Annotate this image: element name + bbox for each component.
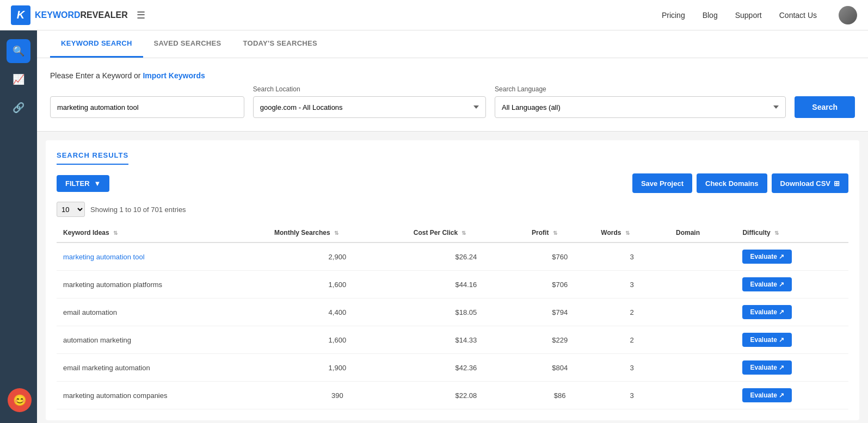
nav-links: Pricing Blog Support Contact Us [662,6,857,24]
cpc-cell: $22.08 [407,382,525,409]
sort-icon-words: ⇅ [625,230,630,236]
sort-icon-monthly: ⇅ [334,230,338,236]
download-csv-button[interactable]: Download CSV ⊞ [772,173,848,193]
csv-icon: ⊞ [834,179,840,188]
col-words[interactable]: Words ⇅ [594,223,669,242]
check-domains-button[interactable]: Check Domains [697,173,767,193]
table-row: email marketing automation1,900$42.36$80… [57,354,848,382]
table-row: automation marketing1,600$14.33$2292Eval… [57,326,848,354]
sidebar-item-share[interactable]: 🔗 [7,96,30,120]
keyword-cell: email marketing automation [57,354,268,382]
evaluate-button[interactable]: Evaluate ↗ [742,250,792,264]
col-profit[interactable]: Profit ⇅ [525,223,594,242]
sidebar-item-search[interactable]: 🔍 [7,39,30,63]
sort-icon-keyword: ⇅ [113,230,118,236]
words-cell: 3 [594,271,669,298]
save-project-button[interactable]: Save Project [632,173,692,193]
chat-button[interactable]: 😊 [8,388,32,412]
logo-link[interactable]: K KEYWORDREVEALER [11,5,128,25]
keyword-cell: email automation [57,298,268,326]
table-row: marketing automation companies390$22.08$… [57,382,848,409]
table-header-row: Keyword Ideas ⇅ Monthly Searches ⇅ Cost … [57,223,848,242]
hamburger-menu[interactable]: ☰ [137,9,145,21]
words-cell: 3 [594,242,669,271]
words-cell: 3 [594,354,669,382]
toolbar: FILTER ▼ Save Project Check Domains Down… [57,173,848,193]
main-content: KEYWORD SEARCH SAVED SEARCHES TODAY'S SE… [37,30,868,420]
filter-button[interactable]: FILTER ▼ [57,175,109,192]
tabs-bar: KEYWORD SEARCH SAVED SEARCHES TODAY'S SE… [37,30,868,58]
keyword-cell: automation marketing [57,326,268,354]
search-row: Search Location google.com - All Locatio… [50,85,855,118]
col-keyword-ideas[interactable]: Keyword Ideas ⇅ [57,223,268,242]
search-section: Please Enter a Keyword or Import Keyword… [37,58,868,132]
sort-icon-difficulty: ⇅ [774,230,779,236]
location-field-container: Search Location google.com - All Locatio… [253,85,486,118]
domain-cell [669,326,736,354]
nav-support[interactable]: Support [735,11,762,20]
entries-per-page-select[interactable]: 10 25 50 100 [57,202,85,217]
filter-label: FILTER [65,179,90,188]
avatar[interactable] [839,6,857,24]
keyword-link[interactable]: marketing automation tool [63,253,145,261]
csv-label: Download CSV [780,179,830,188]
evaluate-button[interactable]: Evaluate ↗ [742,360,792,375]
tab-keyword-search[interactable]: KEYWORD SEARCH [50,30,143,58]
nav-contact[interactable]: Contact Us [779,11,817,20]
monthly-searches-cell: 1,900 [268,354,407,382]
monthly-searches-cell: 1,600 [268,326,407,354]
keyword-field-container [50,96,244,118]
filter-chevron-icon: ▼ [94,179,101,188]
words-cell: 3 [594,382,669,409]
results-section: SEARCH RESULTS FILTER ▼ Save Project Che… [46,140,859,420]
sidebar-item-analytics[interactable]: 📈 [7,67,30,91]
sort-icon-profit: ⇅ [553,230,557,236]
col-monthly-searches[interactable]: Monthly Searches ⇅ [268,223,407,242]
logo-text: KEYWORDREVEALER [35,10,128,20]
col-difficulty[interactable]: Difficulty ⇅ [736,223,848,242]
difficulty-cell: Evaluate ↗ [736,242,848,271]
keyword-input[interactable] [50,96,244,118]
entries-row: 10 25 50 100 Showing 1 to 10 of 701 entr… [57,202,848,217]
evaluate-button[interactable]: Evaluate ↗ [742,305,792,319]
difficulty-cell: Evaluate ↗ [736,271,848,298]
domain-cell [669,354,736,382]
evaluate-button[interactable]: Evaluate ↗ [742,388,792,402]
profit-cell: $229 [525,326,594,354]
import-keywords-link[interactable]: Import Keywords [143,71,205,80]
sort-icon-cpc: ⇅ [461,230,466,236]
search-label: Please Enter a Keyword or Import Keyword… [50,71,855,80]
language-select[interactable]: All Languages (all) [495,96,786,118]
evaluate-button[interactable]: Evaluate ↗ [742,333,792,347]
tab-saved-searches[interactable]: SAVED SEARCHES [143,30,232,58]
sidebar: 🔍 📈 🔗 [0,30,37,423]
difficulty-cell: Evaluate ↗ [736,382,848,409]
cpc-cell: $14.33 [407,326,525,354]
profit-cell: $794 [525,298,594,326]
results-table: Keyword Ideas ⇅ Monthly Searches ⇅ Cost … [57,223,848,409]
table-row: marketing automation tool2,900$26.24$760… [57,242,848,271]
nav-pricing[interactable]: Pricing [662,11,685,20]
nav-blog[interactable]: Blog [703,11,718,20]
evaluate-button[interactable]: Evaluate ↗ [742,277,792,291]
table-row: email automation4,400$18.05$7942Evaluate… [57,298,848,326]
words-cell: 2 [594,298,669,326]
tab-todays-searches[interactable]: TODAY'S SEARCHES [232,30,328,58]
entries-info: Showing 1 to 10 of 701 entries [90,206,186,214]
domain-cell [669,382,736,409]
profit-cell: $86 [525,382,594,409]
profit-cell: $760 [525,242,594,271]
col-cost-per-click[interactable]: Cost Per Click ⇅ [407,223,525,242]
cpc-cell: $18.05 [407,298,525,326]
difficulty-cell: Evaluate ↗ [736,298,848,326]
table-row: marketing automation platforms1,600$44.1… [57,271,848,298]
words-cell: 2 [594,326,669,354]
cpc-cell: $42.36 [407,354,525,382]
search-button[interactable]: Search [795,96,855,118]
location-select[interactable]: google.com - All Locations [253,96,486,118]
top-navigation: K KEYWORDREVEALER ☰ Pricing Blog Support… [0,0,868,30]
domain-cell [669,271,736,298]
monthly-searches-cell: 1,600 [268,271,407,298]
col-domain: Domain [669,223,736,242]
cpc-cell: $26.24 [407,242,525,271]
